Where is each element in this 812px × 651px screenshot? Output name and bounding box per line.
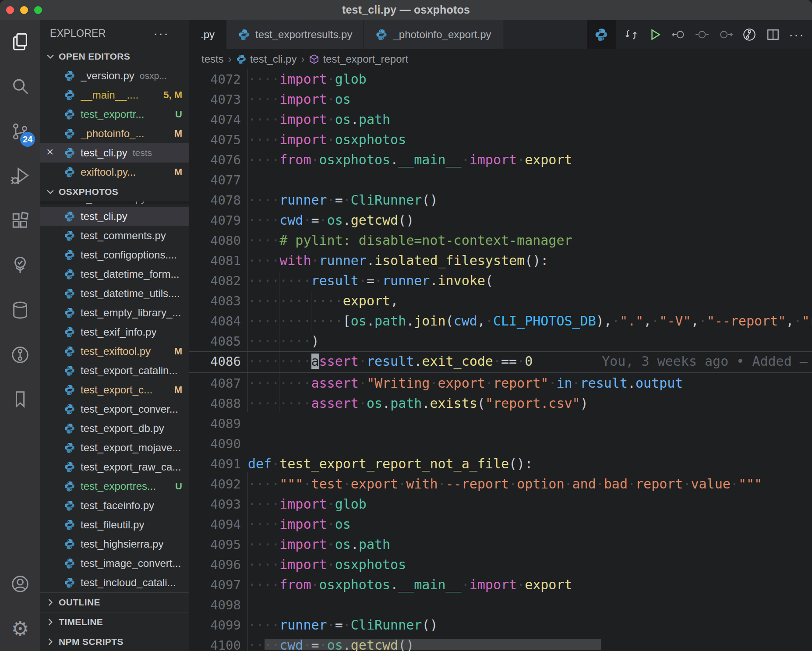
breadcrumb-item[interactable]: test_export_report: [309, 53, 408, 65]
sidebar-section-timeline[interactable]: TIMELINE: [40, 612, 189, 632]
run-below-icon[interactable]: [714, 23, 738, 46]
run-cell-icon[interactable]: [690, 23, 714, 46]
git-graph-icon[interactable]: [738, 23, 761, 46]
tree-item[interactable]: test_faceinfo.py: [40, 496, 189, 515]
code-line[interactable]: 4090: [189, 434, 812, 454]
python-interpreter-tab[interactable]: [587, 20, 616, 49]
code-line[interactable]: 4096····import·osxphotos: [189, 555, 812, 575]
code-line[interactable]: 4072····import·glob: [189, 69, 812, 89]
line-number[interactable]: 4089: [189, 414, 241, 434]
gitlens-icon[interactable]: [0, 333, 40, 377]
tree-item[interactable]: test_configoptions....: [40, 245, 189, 265]
accounts-icon[interactable]: [0, 562, 40, 606]
explorer-more-actions-button[interactable]: ···: [153, 31, 169, 35]
open-editors-section-header[interactable]: OPEN EDITORS: [40, 47, 189, 66]
tree-item[interactable]: test_comments.py: [40, 226, 189, 245]
code-line[interactable]: 4084············[os.path.join(cwd,·CLI_P…: [189, 311, 812, 331]
split-editor-button[interactable]: [761, 23, 785, 46]
code-line[interactable]: 4098: [189, 595, 812, 615]
tree-item[interactable]: test_cli.py: [40, 207, 189, 226]
code-line[interactable]: 4082········result·=·runner.invoke(: [189, 271, 812, 291]
open-editor-item[interactable]: × test_cli.pytests: [40, 143, 189, 163]
line-number[interactable]: 4091: [189, 454, 241, 474]
line-number[interactable]: 4073: [189, 89, 241, 110]
editor-tab[interactable]: _photoinfo_export.py: [364, 20, 503, 49]
code-line[interactable]: 4093····import·glob: [189, 494, 812, 514]
line-number[interactable]: 4072: [189, 69, 241, 89]
breadcrumb-item[interactable]: tests: [201, 53, 224, 65]
line-number[interactable]: 4084: [189, 311, 241, 331]
line-number[interactable]: 4093: [189, 494, 241, 514]
tree-item[interactable]: test_datetime_form...: [40, 265, 189, 284]
tree-item[interactable]: test_image_convert...: [40, 554, 189, 573]
editor-tab[interactable]: test_exportresults.py: [226, 20, 364, 49]
sidebar-section-outline[interactable]: OUTLINE: [40, 592, 189, 612]
line-number[interactable]: 4088: [189, 393, 241, 414]
line-number[interactable]: 4096: [189, 555, 241, 575]
line-number[interactable]: 4092: [189, 474, 241, 494]
tree-item[interactable]: test_exif_info.py: [40, 322, 189, 342]
bookmarks-icon[interactable]: [0, 377, 40, 422]
close-editor-icon[interactable]: ×: [46, 145, 53, 159]
code-line[interactable]: 4086········assert·result.exit_code·==·0…: [189, 351, 812, 373]
line-number[interactable]: 4075: [189, 130, 241, 150]
search-icon[interactable]: [0, 64, 40, 109]
editor-tab[interactable]: .py: [189, 20, 226, 49]
line-number[interactable]: 4098: [189, 595, 241, 615]
line-number[interactable]: 4078: [189, 190, 241, 210]
horizontal-scrollbar[interactable]: [265, 639, 601, 650]
tree-item[interactable]: test_exiftool.pyM: [40, 342, 189, 361]
code-line[interactable]: 4074····import·os.path: [189, 110, 812, 130]
code-line[interactable]: 4083············export,: [189, 291, 812, 311]
code-line[interactable]: 4081····with·runner.isolated_filesystem(…: [189, 251, 812, 271]
tree-item[interactable]: test_incloud_catali...: [40, 573, 189, 592]
code-line[interactable]: 4073····import·os: [189, 89, 812, 110]
line-number[interactable]: 4097: [189, 575, 241, 595]
code-line[interactable]: 4094····import·os: [189, 514, 812, 534]
tree-item[interactable]: test_exportres...U: [40, 477, 189, 496]
code-line[interactable]: 4080····# pylint: disable=not-context-ma…: [189, 230, 812, 251]
tree-item[interactable]: test_export_raw_ca...: [40, 457, 189, 477]
code-line[interactable]: 4087········assert·"Writing·export·repor…: [189, 373, 812, 393]
sidebar-section-npm-scripts[interactable]: NPM SCRIPTS: [40, 632, 189, 651]
code-line[interactable]: 4079····cwd·=·os.getcwd(): [189, 210, 812, 230]
tree-item[interactable]: test_export_mojave...: [40, 438, 189, 457]
tree-item[interactable]: test_datetime_utils....: [40, 284, 189, 303]
tree-item[interactable]: test_fileutil.py: [40, 515, 189, 534]
line-number[interactable]: 4077: [189, 170, 241, 190]
line-number[interactable]: 4094: [189, 514, 241, 534]
code-line[interactable]: 4088········assert·os.path.exists("repor…: [189, 393, 812, 414]
line-number[interactable]: 4079: [189, 210, 241, 230]
more-actions-button[interactable]: ···: [785, 23, 808, 46]
tree-item[interactable]: test_export_conver...: [40, 400, 189, 419]
line-number[interactable]: 4100: [189, 635, 241, 651]
line-number[interactable]: 4095: [189, 534, 241, 555]
tree-item[interactable]: test_export_catalin...: [40, 361, 189, 380]
code-line[interactable]: 4097····from·osxphotos.__main__·import·e…: [189, 575, 812, 595]
tree-item[interactable]: test_highsierra.py: [40, 534, 189, 554]
code-line[interactable]: 4091def·test_export_report_not_a_file():: [189, 454, 812, 474]
run-debug-icon[interactable]: [0, 154, 40, 198]
line-number[interactable]: 4090: [189, 434, 241, 454]
open-editor-item[interactable]: __main__....5, M: [40, 85, 189, 105]
line-number[interactable]: 4086: [189, 352, 241, 372]
line-number[interactable]: 4083: [189, 291, 241, 311]
code-line[interactable]: 4092····"""·test·export·with·--report·op…: [189, 474, 812, 494]
code-line[interactable]: 4075····import·osxphotos: [189, 130, 812, 150]
line-number[interactable]: 4076: [189, 150, 241, 170]
code-line[interactable]: 4095····import·os.path: [189, 534, 812, 555]
code-line[interactable]: 4085········): [189, 331, 812, 351]
line-number[interactable]: 4074: [189, 110, 241, 130]
open-editor-item[interactable]: _version.pyosxp...: [40, 66, 189, 85]
todo-tree-icon[interactable]: [0, 243, 40, 288]
project-section-header[interactable]: OSXPHOTOS: [40, 182, 189, 202]
line-number[interactable]: 4082: [189, 271, 241, 291]
breadcrumb-item[interactable]: test_cli.py: [236, 53, 297, 65]
line-number[interactable]: 4081: [189, 251, 241, 271]
source-control-icon[interactable]: 24: [0, 109, 40, 154]
line-number[interactable]: 4087: [189, 373, 241, 393]
code-line[interactable]: 4089: [189, 414, 812, 434]
open-editor-item[interactable]: _photoinfo_...M: [40, 124, 189, 143]
line-number[interactable]: 4099: [189, 615, 241, 635]
explorer-icon[interactable]: [0, 20, 40, 64]
